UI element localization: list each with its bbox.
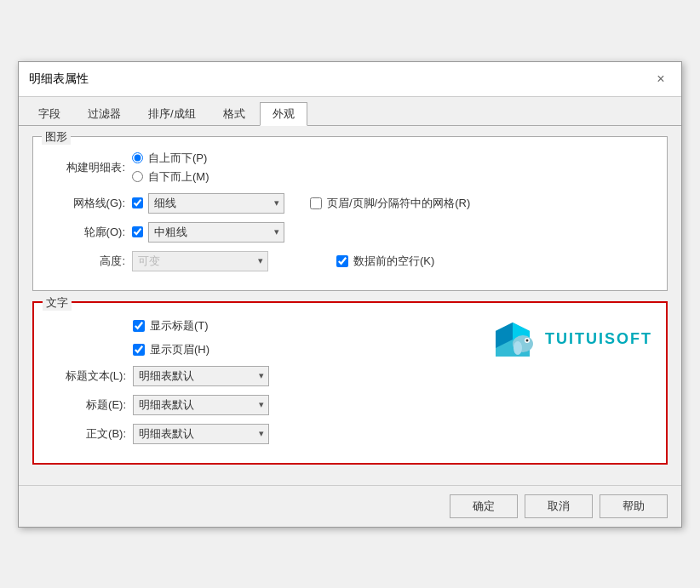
title-select[interactable]: 明细表默认 — [133, 395, 269, 415]
height-label: 高度: — [47, 254, 132, 269]
outline-row: 轮廓(O): 细线 粗线 中粗线 — [47, 222, 653, 243]
blank-row-checkbox[interactable] — [336, 255, 348, 267]
body-select-wrap: 明细表默认 — [133, 424, 269, 444]
close-button[interactable]: × — [651, 69, 671, 89]
tab-format[interactable]: 格式 — [210, 102, 258, 125]
logo-icon — [487, 318, 538, 361]
show-header-row: 显示页眉(H) — [48, 342, 470, 357]
grid-row: 网格线(G): 细线 粗线 中粗线 页眉/页脚/分隔符中的网格(R) — [47, 193, 653, 214]
tab-fields[interactable]: 字段 — [26, 102, 73, 125]
cancel-button[interactable]: 取消 — [525, 494, 593, 518]
text-group: 文字 显示标题(T) — [32, 301, 668, 465]
build-radio-group: 自上而下(P) 自下而上(M) — [132, 151, 209, 185]
blank-row-checkbox-item[interactable]: 数据前的空行(K) — [336, 254, 434, 269]
body-select[interactable]: 明细表默认 — [133, 424, 269, 444]
grid-checkbox[interactable] — [132, 197, 143, 208]
page-grid-checkbox-item[interactable]: 页眉/页脚/分隔符中的网格(R) — [310, 196, 470, 211]
svg-point-6 — [526, 339, 529, 341]
outline-select-wrap: 细线 粗线 中粗线 — [148, 222, 284, 243]
show-header-checkbox-item[interactable]: 显示页眉(H) — [133, 342, 209, 357]
title-text-row: 标题文本(L): 明细表默认 — [48, 366, 470, 386]
title-row: 标题(E): 明细表默认 — [48, 395, 470, 415]
text-group-content: 显示标题(T) 显示页眉(H) — [48, 311, 652, 453]
ok-button[interactable]: 确定 — [450, 494, 518, 518]
title-select-wrap: 明细表默认 — [133, 395, 269, 415]
outline-label: 轮廓(O): — [47, 225, 132, 240]
help-button[interactable]: 帮助 — [600, 494, 668, 518]
grid-select-wrap: 细线 粗线 中粗线 — [148, 193, 284, 214]
tab-bar: 字段 过滤器 排序/成组 格式 外观 — [19, 97, 681, 126]
tab-filter[interactable]: 过滤器 — [75, 102, 134, 125]
logo-text: TUITUISOFT — [545, 330, 652, 348]
text-main-row: 显示标题(T) 显示页眉(H) — [48, 318, 652, 453]
height-select-wrap: 可变 — [132, 251, 268, 271]
height-select: 可变 — [132, 251, 268, 271]
title-text-select-wrap: 明细表默认 — [133, 366, 269, 386]
build-label: 构建明细表: — [47, 160, 132, 175]
logo-area: TUITUISOFT — [487, 318, 652, 361]
height-row: 高度: 可变 数据前的空行(K) — [47, 251, 653, 271]
show-title-checkbox-item[interactable]: 显示标题(T) — [133, 318, 209, 334]
dialog-title: 明细表属性 — [29, 71, 89, 87]
show-header-checkbox[interactable] — [133, 344, 145, 356]
grid-label: 网格线(G): — [47, 196, 132, 211]
main-content: 图形 构建明细表: 自上而下(P) 自下而上(M) — [19, 126, 681, 485]
show-title-checkbox[interactable] — [133, 320, 145, 332]
svg-point-4 — [514, 341, 522, 355]
titlebar: 明细表属性 × — [19, 62, 681, 97]
outline-select[interactable]: 细线 粗线 中粗线 — [148, 222, 284, 243]
dialog: 明细表属性 × 字段 过滤器 排序/成组 格式 外观 图形 构建明细表: 自上而… — [18, 61, 682, 528]
grid-select[interactable]: 细线 粗线 中粗线 — [148, 193, 284, 214]
show-title-row: 显示标题(T) — [48, 318, 470, 334]
text-group-title: 文字 — [43, 295, 72, 311]
title-text-select[interactable]: 明细表默认 — [133, 366, 269, 386]
build-direction-row: 构建明细表: 自上而下(P) 自下而上(M) — [47, 151, 653, 185]
radio-bottom-up[interactable]: 自下而上(M) — [132, 169, 209, 185]
title-label: 标题(E): — [48, 397, 133, 413]
tab-sort[interactable]: 排序/成组 — [135, 102, 209, 125]
radio-top-down[interactable]: 自上而下(P) — [132, 151, 209, 166]
title-text-label: 标题文本(L): — [48, 368, 133, 384]
page-grid-checkbox[interactable] — [310, 197, 322, 209]
outline-checkbox[interactable] — [132, 226, 143, 237]
text-left-col: 显示标题(T) 显示页眉(H) — [48, 318, 470, 453]
tab-appearance[interactable]: 外观 — [260, 102, 307, 126]
footer: 确定 取消 帮助 — [19, 485, 681, 527]
graphics-group-title: 图形 — [42, 129, 71, 145]
body-row: 正文(B): 明细表默认 — [48, 424, 470, 444]
body-label: 正文(B): — [48, 426, 133, 442]
graphics-group: 图形 构建明细表: 自上而下(P) 自下而上(M) — [32, 136, 668, 291]
